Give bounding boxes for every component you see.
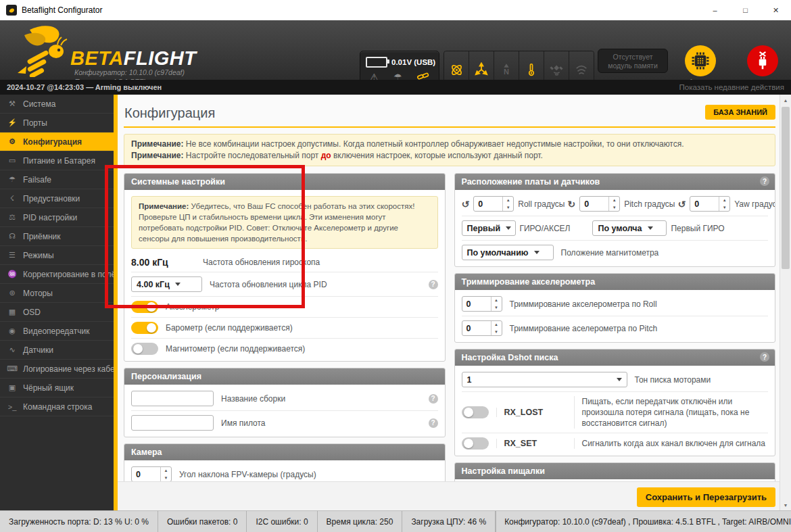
stepper-down-icon[interactable] (503, 204, 513, 212)
show-recent-actions-link[interactable]: Показать недавние действия (679, 83, 784, 91)
pilot-name-input[interactable] (131, 415, 214, 431)
memory-module-indicator: Отсутствует модуль памяти (598, 49, 668, 73)
panel-header: Расположение платы и датчиков (455, 174, 775, 190)
sidebar-item-modes[interactable]: ☰Режимы (0, 246, 114, 265)
main-content: Конфигурация БАЗА ЗНАНИЙ Примечание: Не … (118, 95, 780, 481)
gyro-accel-select[interactable]: Первый (462, 220, 516, 236)
sidebar-item-presets[interactable]: ☇Предустановки (0, 189, 114, 208)
stepper-up-icon[interactable] (503, 197, 513, 204)
vertical-scrollbar[interactable]: ▲ ▼ (780, 95, 791, 510)
pid-loop-frequency-row: 4.00 кГц Частота обновления цикла PID (131, 272, 438, 297)
camera-angle-row: 0 Угол наклона FPV-камеры (градусы) (131, 462, 438, 481)
port-utilization-status: Загруженность порта: D: 13 % U: 0 % (0, 511, 158, 532)
stepper-arrows[interactable] (719, 197, 729, 211)
accelerometer-toggle[interactable] (131, 301, 158, 313)
sidebar-item-sensors[interactable]: ∿Датчики (0, 341, 114, 360)
mag-alignment-select[interactable]: По умолчанию (462, 245, 554, 260)
help-icon[interactable] (429, 394, 438, 404)
parachute-icon: ☂ (7, 175, 18, 184)
pitch-degrees-label: Pitch градусы (624, 199, 675, 209)
sidebar-item-configuration[interactable]: ⚙Конфигурация (0, 132, 114, 151)
beacon-tone-select[interactable]: 1 (462, 372, 627, 387)
sidebar-item-video-transmitter[interactable]: ◉Видеопередатчик (0, 322, 114, 341)
panel-header: Настройка пищалки (455, 463, 775, 479)
stepper-down-icon[interactable] (492, 329, 502, 336)
magnetometer-toggle[interactable] (131, 343, 158, 355)
page-title-row: Конфигурация БАЗА ЗНАНИЙ (124, 101, 775, 128)
help-icon[interactable] (760, 352, 769, 362)
stepper-arrows[interactable] (491, 297, 502, 311)
sidebar-item-failsafe[interactable]: ☂Failsafe (0, 170, 114, 189)
roll-degrees-input[interactable]: 0 (473, 196, 514, 212)
craft-name-label: Название сборки (221, 394, 285, 404)
dshot-beacon-panel: Настройка Dshot писка 1 Тон писка мотора… (454, 349, 776, 456)
dshot-rx-set-name: RX_SET (496, 439, 567, 448)
sonar-icon (574, 62, 589, 77)
sidebar-item-power-battery[interactable]: ▭Питание и Батарея (0, 151, 114, 170)
barometer-toggle[interactable] (131, 322, 158, 334)
dshot-rx-lost-toggle[interactable] (462, 406, 489, 418)
accel-trim-roll-label: Триммирование акселерометра по Roll (510, 299, 657, 309)
roll-degrees-label: Roll градусы (518, 199, 565, 209)
compass-icon: N (499, 62, 514, 77)
stepper-arrows[interactable] (502, 197, 513, 211)
camera-angle-input[interactable]: 0 (131, 466, 172, 481)
stepper-arrows[interactable] (491, 321, 502, 335)
stepper-down-icon[interactable] (161, 475, 171, 482)
sidebar-item-tethered-logging[interactable]: ⌨Логирование через кабель (0, 360, 114, 379)
mag-alignment-label: Положение магнитометра (561, 248, 659, 258)
pid-frequency-select[interactable]: 4.00 кГц (131, 276, 202, 292)
accel-trim-pitch-input[interactable]: 0 (462, 320, 502, 336)
save-reboot-button[interactable]: Сохранить и Перезагрузить (637, 487, 775, 507)
scroll-up-icon[interactable]: ▲ (780, 95, 791, 105)
craft-name-input[interactable] (131, 391, 214, 406)
stepper-up-icon[interactable] (492, 297, 502, 304)
firmware-target-status: Конфигуратор: 10.10.0 (c97deaf) , Прошив… (496, 511, 791, 532)
scrollbar-thumb[interactable] (782, 107, 790, 269)
sidebar-item-pid-tuning[interactable]: ⚖PID настройки (0, 208, 114, 227)
sidebar-item-motors[interactable]: ⊛Моторы (0, 284, 114, 303)
stepper-arrows[interactable] (608, 197, 619, 211)
maximize-icon[interactable]: □ (730, 0, 761, 20)
roll-degrees-group: ↺ 0 Roll градусы (462, 196, 565, 212)
stepper-down-icon[interactable] (609, 204, 619, 212)
help-icon[interactable] (429, 280, 438, 289)
pitch-degrees-group: ↻ 0 Pitch градусы (567, 196, 675, 212)
system-configuration-panel: Системные настройки Примечание: Убедитес… (124, 173, 446, 362)
pitch-degrees-input[interactable]: 0 (579, 196, 620, 212)
i2c-errors-status: I2C ошибки: 0 (247, 511, 317, 532)
pid-sitemap-icon: ⚖ (7, 213, 18, 222)
minimize-icon[interactable]: – (700, 0, 730, 20)
status-bar: Загруженность порта: D: 13 % U: 0 % Ошиб… (0, 510, 791, 532)
close-icon[interactable]: ✕ (761, 0, 791, 20)
stepper-down-icon[interactable] (719, 204, 729, 212)
sidebar-item-cli[interactable]: >_Командная строка (0, 397, 114, 416)
first-gyro-select[interactable]: По умолча (592, 220, 667, 236)
sidebar-item-blackbox[interactable]: ▣Чёрный ящик (0, 379, 114, 397)
dshot-rx-set-row: RX_SET Сигналить когда aux канал включен… (462, 433, 769, 454)
sidebar-item-osd[interactable]: ▦OSD (0, 303, 114, 322)
stepper-down-icon[interactable] (492, 304, 502, 312)
sidebar-item-setup[interactable]: ⚒Система (0, 95, 114, 114)
panel-header: Триммирование акселерометра (455, 274, 775, 290)
stepper-up-icon[interactable] (161, 467, 171, 475)
knowledge-base-button[interactable]: БАЗА ЗНАНИЙ (705, 105, 775, 120)
dshot-rx-set-toggle[interactable] (462, 437, 489, 450)
stepper-up-icon[interactable] (719, 197, 729, 204)
sidebar-item-receiver[interactable]: ☊Приёмник (0, 227, 114, 246)
help-icon[interactable] (760, 176, 769, 186)
sidebar-item-ports[interactable]: ⚡Порты (0, 114, 114, 132)
yaw-degrees-input[interactable]: 0 (690, 196, 730, 212)
scroll-down-icon[interactable]: ▼ (780, 500, 791, 510)
accel-trim-roll-input[interactable]: 0 (462, 296, 502, 312)
stepper-arrows[interactable] (160, 467, 171, 481)
sidebar-item-adjustments[interactable]: ♒Корректирование в полёте (0, 265, 114, 284)
gyro-accel-label: ГИРО/АКСЕЛ (520, 224, 571, 233)
accel-trim-pitch-label: Триммирование аселерометра по Pitch (510, 324, 658, 333)
accel-icon (474, 62, 489, 77)
panel-header: Персонализация (124, 368, 445, 385)
dshot-rx-lost-name: RX_LOST (496, 408, 567, 417)
help-icon[interactable] (429, 418, 438, 428)
stepper-up-icon[interactable] (492, 321, 502, 329)
stepper-up-icon[interactable] (609, 197, 619, 204)
